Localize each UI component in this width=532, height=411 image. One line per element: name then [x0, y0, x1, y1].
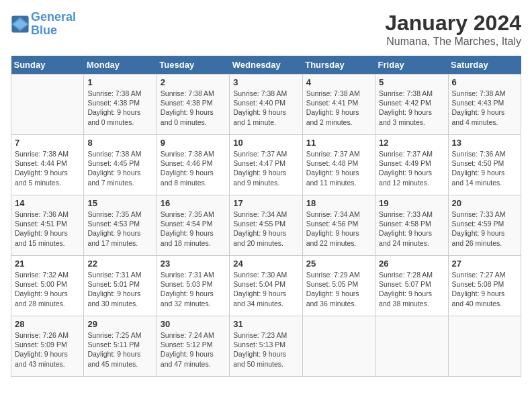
day-number: 30: [161, 319, 226, 329]
calendar-cell: [448, 316, 521, 377]
day-number: 16: [161, 198, 226, 208]
calendar-cell: 20Sunrise: 7:33 AMSunset: 4:59 PMDayligh…: [448, 195, 521, 256]
calendar-cell: 18Sunrise: 7:34 AMSunset: 4:56 PMDayligh…: [302, 195, 375, 256]
calendar-cell: 30Sunrise: 7:24 AMSunset: 5:12 PMDayligh…: [157, 316, 229, 377]
calendar-cell: [375, 316, 448, 377]
calendar-cell: 26Sunrise: 7:28 AMSunset: 5:07 PMDayligh…: [375, 256, 448, 316]
day-info: Sunrise: 7:38 AMSunset: 4:41 PMDaylight:…: [306, 89, 371, 127]
day-info: Sunrise: 7:38 AMSunset: 4:40 PMDaylight:…: [233, 89, 298, 127]
day-info: Sunrise: 7:34 AMSunset: 4:55 PMDaylight:…: [233, 210, 298, 248]
calendar-cell: 15Sunrise: 7:35 AMSunset: 4:53 PMDayligh…: [84, 195, 157, 256]
calendar-cell: 6Sunrise: 7:38 AMSunset: 4:43 PMDaylight…: [448, 75, 521, 135]
day-number: 17: [233, 198, 298, 208]
calendar-cell: 31Sunrise: 7:23 AMSunset: 5:13 PMDayligh…: [230, 316, 302, 377]
day-number: 18: [306, 198, 371, 208]
calendar-week-row: 7Sunrise: 7:38 AMSunset: 4:44 PMDaylight…: [11, 135, 521, 195]
day-number: 4: [306, 77, 371, 87]
calendar-header-row: SundayMondayTuesdayWednesdayThursdayFrid…: [11, 56, 521, 75]
day-info: Sunrise: 7:36 AMSunset: 4:51 PMDaylight:…: [15, 210, 80, 248]
day-info: Sunrise: 7:32 AMSunset: 5:00 PMDaylight:…: [15, 270, 80, 308]
day-info: Sunrise: 7:27 AMSunset: 5:08 PMDaylight:…: [452, 270, 517, 308]
day-number: 3: [233, 77, 298, 87]
day-number: 5: [379, 77, 444, 87]
day-number: 7: [15, 138, 80, 148]
calendar-cell: 10Sunrise: 7:37 AMSunset: 4:47 PMDayligh…: [230, 135, 302, 195]
calendar-cell: 14Sunrise: 7:36 AMSunset: 4:51 PMDayligh…: [11, 195, 84, 256]
day-number: 19: [379, 198, 444, 208]
day-info: Sunrise: 7:33 AMSunset: 4:59 PMDaylight:…: [452, 210, 517, 248]
calendar-cell: 25Sunrise: 7:29 AMSunset: 5:05 PMDayligh…: [302, 256, 375, 316]
day-info: Sunrise: 7:23 AMSunset: 5:13 PMDaylight:…: [233, 330, 298, 369]
day-header-sunday: Sunday: [11, 56, 84, 75]
day-info: Sunrise: 7:38 AMSunset: 4:45 PMDaylight:…: [87, 149, 152, 187]
day-info: Sunrise: 7:29 AMSunset: 5:05 PMDaylight:…: [306, 270, 371, 308]
logo-icon: [11, 15, 30, 34]
day-info: Sunrise: 7:31 AMSunset: 5:01 PMDaylight:…: [87, 270, 152, 308]
day-number: 9: [161, 138, 226, 148]
day-info: Sunrise: 7:37 AMSunset: 4:47 PMDaylight:…: [233, 149, 298, 187]
day-header-tuesday: Tuesday: [157, 56, 229, 75]
title-block: January 2024 Numana, The Marches, Italy: [385, 11, 521, 48]
calendar-cell: 3Sunrise: 7:38 AMSunset: 4:40 PMDaylight…: [230, 75, 302, 135]
day-number: 14: [15, 198, 80, 208]
logo-text: General Blue: [31, 11, 76, 38]
calendar-cell: 19Sunrise: 7:33 AMSunset: 4:58 PMDayligh…: [375, 195, 448, 256]
day-number: 29: [87, 319, 152, 329]
calendar-cell: 28Sunrise: 7:26 AMSunset: 5:09 PMDayligh…: [11, 316, 84, 377]
calendar-cell: 7Sunrise: 7:38 AMSunset: 4:44 PMDaylight…: [11, 135, 84, 195]
calendar-cell: 21Sunrise: 7:32 AMSunset: 5:00 PMDayligh…: [11, 256, 84, 316]
day-info: Sunrise: 7:35 AMSunset: 4:53 PMDaylight:…: [87, 210, 152, 248]
day-info: Sunrise: 7:37 AMSunset: 4:48 PMDaylight:…: [306, 149, 371, 187]
day-number: 8: [87, 138, 152, 148]
day-number: 15: [87, 198, 152, 208]
day-number: 24: [233, 259, 298, 269]
calendar-cell: 1Sunrise: 7:38 AMSunset: 4:38 PMDaylight…: [84, 75, 157, 135]
page-title: January 2024: [385, 11, 521, 36]
day-number: 23: [161, 259, 226, 269]
calendar-cell: 22Sunrise: 7:31 AMSunset: 5:01 PMDayligh…: [84, 256, 157, 316]
day-info: Sunrise: 7:34 AMSunset: 4:56 PMDaylight:…: [306, 210, 371, 248]
calendar-week-row: 1Sunrise: 7:38 AMSunset: 4:38 PMDaylight…: [11, 75, 521, 135]
day-info: Sunrise: 7:31 AMSunset: 5:03 PMDaylight:…: [161, 270, 226, 308]
day-number: 25: [306, 259, 371, 269]
day-info: Sunrise: 7:35 AMSunset: 4:54 PMDaylight:…: [161, 210, 226, 248]
day-number: 20: [452, 198, 517, 208]
day-info: Sunrise: 7:26 AMSunset: 5:09 PMDaylight:…: [15, 330, 80, 369]
day-info: Sunrise: 7:25 AMSunset: 5:11 PMDaylight:…: [87, 330, 152, 369]
day-number: 27: [452, 259, 517, 269]
logo-line1: General: [31, 10, 76, 24]
day-info: Sunrise: 7:36 AMSunset: 4:50 PMDaylight:…: [452, 149, 517, 187]
page-header: General Blue January 2024 Numana, The Ma…: [11, 11, 521, 48]
day-header-thursday: Thursday: [302, 56, 375, 75]
day-info: Sunrise: 7:30 AMSunset: 5:04 PMDaylight:…: [233, 270, 298, 308]
logo: General Blue: [11, 11, 76, 38]
day-number: 6: [452, 77, 517, 87]
calendar-cell: 8Sunrise: 7:38 AMSunset: 4:45 PMDaylight…: [84, 135, 157, 195]
calendar-cell: 17Sunrise: 7:34 AMSunset: 4:55 PMDayligh…: [230, 195, 302, 256]
calendar-week-row: 14Sunrise: 7:36 AMSunset: 4:51 PMDayligh…: [11, 195, 521, 256]
day-info: Sunrise: 7:38 AMSunset: 4:44 PMDaylight:…: [15, 149, 80, 187]
day-info: Sunrise: 7:38 AMSunset: 4:38 PMDaylight:…: [87, 89, 152, 127]
day-header-friday: Friday: [375, 56, 448, 75]
calendar-cell: 16Sunrise: 7:35 AMSunset: 4:54 PMDayligh…: [157, 195, 229, 256]
logo-line2: Blue: [31, 24, 57, 37]
calendar-cell: 24Sunrise: 7:30 AMSunset: 5:04 PMDayligh…: [230, 256, 302, 316]
calendar-week-row: 28Sunrise: 7:26 AMSunset: 5:09 PMDayligh…: [11, 316, 521, 377]
day-number: 1: [87, 77, 152, 87]
day-number: 28: [15, 319, 80, 329]
calendar-cell: 29Sunrise: 7:25 AMSunset: 5:11 PMDayligh…: [84, 316, 157, 377]
calendar-cell: [302, 316, 375, 377]
day-number: 21: [15, 259, 80, 269]
day-number: 13: [452, 138, 517, 148]
day-number: 22: [87, 259, 152, 269]
day-info: Sunrise: 7:28 AMSunset: 5:07 PMDaylight:…: [379, 270, 444, 308]
day-info: Sunrise: 7:38 AMSunset: 4:38 PMDaylight:…: [161, 89, 226, 127]
calendar-cell: 12Sunrise: 7:37 AMSunset: 4:49 PMDayligh…: [375, 135, 448, 195]
day-info: Sunrise: 7:24 AMSunset: 5:12 PMDaylight:…: [161, 330, 226, 369]
calendar-cell: 23Sunrise: 7:31 AMSunset: 5:03 PMDayligh…: [157, 256, 229, 316]
day-number: 10: [233, 138, 298, 148]
calendar-cell: 13Sunrise: 7:36 AMSunset: 4:50 PMDayligh…: [448, 135, 521, 195]
day-info: Sunrise: 7:37 AMSunset: 4:49 PMDaylight:…: [379, 149, 444, 187]
calendar-cell: 27Sunrise: 7:27 AMSunset: 5:08 PMDayligh…: [448, 256, 521, 316]
calendar-cell: 2Sunrise: 7:38 AMSunset: 4:38 PMDaylight…: [157, 75, 229, 135]
